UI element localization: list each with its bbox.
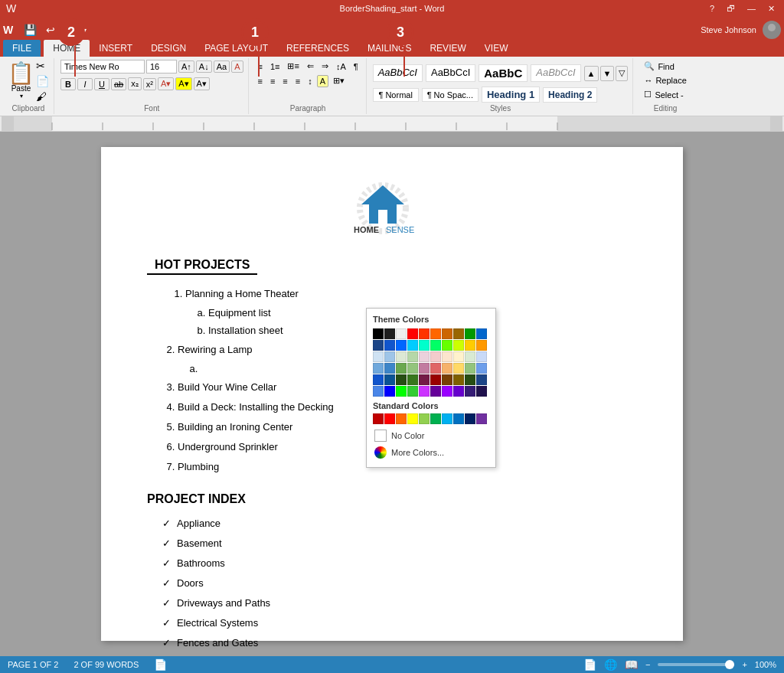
replace-button[interactable]: ↔ Replace — [639, 74, 691, 87]
clear-formatting-button[interactable]: A — [231, 60, 243, 73]
color-cell[interactable] — [419, 386, 430, 397]
font-case-button[interactable]: Aa — [214, 60, 230, 73]
document-area[interactable]: HOME SENSE HOT PROJECTS Planning a Home … — [0, 132, 784, 656]
color-cell[interactable] — [453, 374, 464, 385]
tab-insert[interactable]: INSERT — [90, 40, 142, 57]
zoom-slider[interactable] — [658, 663, 734, 666]
numbered-list-button[interactable]: 1≡ — [267, 60, 283, 73]
sort-button[interactable]: ↕A — [333, 60, 349, 73]
color-cell[interactable] — [384, 328, 395, 339]
color-cell[interactable] — [407, 363, 418, 374]
color-cell[interactable] — [396, 413, 407, 424]
increase-indent-button[interactable]: ⇒ — [318, 60, 332, 73]
color-cell[interactable] — [430, 340, 441, 351]
style-aabbcci-2[interactable]: AaBbCcI — [426, 64, 475, 82]
strikethrough-button[interactable]: ab — [111, 78, 126, 90]
color-cell[interactable] — [453, 351, 464, 362]
bullets-button[interactable]: ≡ — [255, 60, 266, 73]
select-button[interactable]: ☐ Select - — [639, 88, 691, 101]
tab-review[interactable]: REVIEW — [420, 40, 475, 57]
color-cell[interactable] — [396, 374, 407, 385]
border-button[interactable]: ⊞▾ — [330, 74, 348, 87]
more-colors-option[interactable]: More Colors... — [373, 444, 489, 461]
color-cell[interactable] — [430, 413, 441, 424]
color-cell[interactable] — [465, 413, 475, 424]
color-cell[interactable] — [419, 328, 430, 339]
close-button[interactable]: ✕ — [765, 4, 778, 14]
color-cell[interactable] — [396, 351, 407, 362]
color-cell[interactable] — [384, 340, 395, 351]
font-name-input[interactable] — [60, 60, 145, 74]
color-cell[interactable] — [476, 413, 487, 424]
minimize-button[interactable]: — — [744, 4, 759, 14]
color-cell[interactable] — [373, 328, 384, 339]
help-button[interactable]: ? — [707, 4, 717, 14]
color-cell[interactable] — [419, 363, 430, 374]
multilevel-list-button[interactable]: ⊞≡ — [284, 60, 302, 73]
tab-design[interactable]: DESIGN — [142, 40, 195, 57]
color-cell[interactable] — [430, 351, 441, 362]
undo-button[interactable]: ↩ — [43, 22, 58, 38]
color-cell[interactable] — [476, 328, 487, 339]
superscript-button[interactable]: x² — [143, 78, 156, 90]
color-cell[interactable] — [373, 363, 384, 374]
color-cell[interactable] — [442, 386, 452, 397]
cut-button[interactable]: ✂ — [36, 60, 49, 72]
bold-button[interactable]: B — [60, 78, 76, 90]
color-cell[interactable] — [465, 340, 475, 351]
color-cell[interactable] — [373, 340, 384, 351]
format-painter-button[interactable]: 🖌 — [36, 90, 49, 103]
font-color-button[interactable]: A▾ — [158, 77, 174, 90]
color-cell[interactable] — [465, 386, 475, 397]
restore-button[interactable]: 🗗 — [724, 4, 738, 14]
color-cell[interactable] — [442, 328, 452, 339]
color-cell[interactable] — [407, 413, 418, 424]
color-cell[interactable] — [373, 351, 384, 362]
color-cell[interactable] — [384, 374, 395, 385]
color-cell[interactable] — [407, 351, 418, 362]
tab-file[interactable]: FILE — [3, 40, 41, 57]
color-cell[interactable] — [407, 328, 418, 339]
color-cell[interactable] — [373, 413, 384, 424]
color-cell[interactable] — [453, 328, 464, 339]
font-size-input[interactable] — [146, 60, 177, 74]
shrink-font-button[interactable]: A↓ — [196, 60, 212, 73]
zoom-in-button[interactable]: + — [742, 660, 746, 669]
color-cell[interactable] — [476, 340, 487, 351]
color-cell[interactable] — [442, 374, 452, 385]
theme-colors-dropdown[interactable]: Theme Colors — [366, 308, 496, 468]
color-cell[interactable] — [465, 328, 475, 339]
color-cell[interactable] — [384, 351, 395, 362]
color-cell[interactable] — [384, 386, 395, 397]
color-cell[interactable] — [407, 340, 418, 351]
color-cell[interactable] — [442, 413, 452, 424]
color-cell[interactable] — [442, 363, 452, 374]
decrease-indent-button[interactable]: ⇐ — [304, 60, 317, 73]
color-cell[interactable] — [430, 328, 441, 339]
proofing-icon[interactable]: 📄 — [154, 658, 167, 671]
color-cell[interactable] — [430, 386, 441, 397]
style-aabbc[interactable]: AaBbC — [479, 64, 528, 82]
color-cell[interactable] — [476, 374, 487, 385]
color-cell[interactable] — [430, 374, 441, 385]
no-color-option[interactable]: No Color — [373, 427, 489, 444]
color-cell[interactable] — [465, 363, 475, 374]
save-button[interactable]: 💾 — [21, 22, 40, 38]
color-cell[interactable] — [453, 363, 464, 374]
align-center-button[interactable]: ≡ — [267, 75, 278, 87]
view-web-icon[interactable]: 🌐 — [604, 658, 617, 671]
view-read-icon[interactable]: 📖 — [625, 658, 638, 671]
show-formatting-button[interactable]: ¶ — [351, 60, 361, 73]
color-cell[interactable] — [396, 386, 407, 397]
color-cell[interactable] — [430, 363, 441, 374]
color-cell[interactable] — [419, 340, 430, 351]
color-cell[interactable] — [442, 351, 452, 362]
copy-button[interactable]: 📄 — [36, 75, 49, 87]
zoom-out-button[interactable]: − — [645, 660, 650, 669]
subscript-button[interactable]: x₂ — [128, 77, 142, 90]
color-cell[interactable] — [396, 328, 407, 339]
tab-mailings[interactable]: MAILINGS — [358, 40, 420, 57]
italic-button[interactable]: I — [77, 78, 93, 90]
color-cell[interactable] — [465, 351, 475, 362]
tab-view[interactable]: VIEW — [475, 40, 518, 57]
